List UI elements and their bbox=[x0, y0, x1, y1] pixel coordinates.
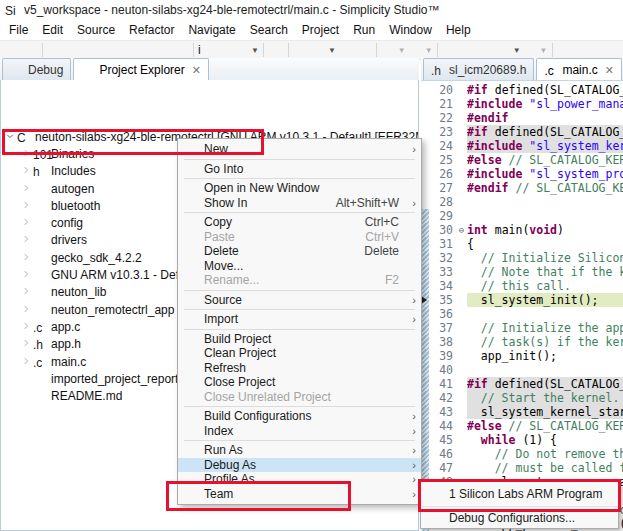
submenu-item-debug-configurations[interactable]: Debug Configurations... bbox=[421, 506, 618, 528]
menu-item-build-project[interactable]: Build Project bbox=[178, 332, 421, 347]
import-folder-button[interactable] bbox=[21, 42, 39, 59]
fold-column bbox=[456, 391, 467, 405]
instruction-pointer-button[interactable]: i bbox=[197, 42, 215, 59]
new-wizard-button[interactable]: ▼ bbox=[310, 42, 337, 59]
menu-item-debug-as[interactable]: Debug As› bbox=[178, 458, 421, 473]
save-all-button bbox=[355, 42, 373, 59]
chevron-right-icon[interactable] bbox=[19, 233, 33, 247]
menu-item-new[interactable]: New› bbox=[178, 142, 421, 157]
code-line: 24#include "sl_system_kernel.h" bbox=[421, 139, 623, 153]
tab-sl-icm20689-h[interactable]: .hsl_icm20689.h bbox=[423, 58, 534, 80]
code-line: 22#endif bbox=[421, 111, 623, 125]
menu-item-team[interactable]: Team› bbox=[178, 487, 421, 502]
code-area[interactable]: 20#if defined(SL_CATALOG_POWER_MANAGER_P… bbox=[421, 81, 623, 531]
menu-item-profile-as[interactable]: Profile As› bbox=[178, 472, 421, 487]
menu-item-label: Open in New Window bbox=[204, 181, 387, 195]
filter-button[interactable] bbox=[325, 61, 341, 78]
menu-help[interactable]: Help bbox=[439, 21, 478, 39]
menu-project[interactable]: Project bbox=[295, 21, 346, 39]
step-into-button[interactable] bbox=[136, 42, 154, 59]
menu-item-refresh[interactable]: Refresh bbox=[178, 361, 421, 376]
tab-main-c[interactable]: .cmain.c✕ bbox=[536, 58, 622, 81]
menu-shortcut: F2 bbox=[385, 273, 399, 287]
back-history-button[interactable] bbox=[441, 42, 459, 59]
line-number: 39 bbox=[429, 349, 456, 363]
menu-source[interactable]: Source bbox=[70, 21, 122, 39]
chevron-right-icon[interactable] bbox=[19, 164, 33, 178]
menu-file[interactable]: File bbox=[2, 21, 35, 39]
chevron-right-icon[interactable] bbox=[19, 320, 33, 334]
close-icon[interactable]: ✕ bbox=[605, 64, 614, 77]
dropdown-caret-icon[interactable]: ▼ bbox=[251, 46, 259, 55]
view-menu-button[interactable] bbox=[363, 61, 379, 78]
back-button[interactable]: ▼ bbox=[495, 42, 522, 59]
chevron-right-icon[interactable] bbox=[19, 355, 33, 369]
gutter-ruler bbox=[421, 97, 429, 111]
menu-item-go-into[interactable]: Go Into bbox=[178, 162, 421, 177]
chevron-right-icon[interactable] bbox=[19, 147, 33, 161]
menu-item-import[interactable]: Import› bbox=[178, 312, 421, 327]
forward-history-button[interactable] bbox=[459, 42, 477, 59]
toolbar-separator bbox=[437, 43, 438, 57]
dropdown-caret-icon[interactable]: ▼ bbox=[513, 46, 521, 55]
link-with-editor-button[interactable] bbox=[306, 61, 322, 78]
menu-item-show-in[interactable]: Show InAlt+Shift+W› bbox=[178, 196, 421, 211]
menu-item-run-as[interactable]: Run As› bbox=[178, 443, 421, 458]
launch-refresh-button[interactable] bbox=[215, 42, 233, 59]
dropdown-caret-icon[interactable]: ▼ bbox=[540, 46, 548, 55]
debug-bug-button[interactable]: ▼ bbox=[233, 42, 260, 59]
new-editor-button[interactable] bbox=[556, 42, 574, 59]
fold-column bbox=[456, 321, 467, 335]
menu-item-clean-project[interactable]: Clean Project bbox=[178, 346, 421, 361]
code-line: 32 // Initialize Silicon Labs device, sy… bbox=[421, 251, 623, 265]
submenu-item-1-silicon-labs-arm-program[interactable]: 1 Silicon Labs ARM Program bbox=[421, 482, 618, 506]
resume-button[interactable] bbox=[64, 42, 82, 59]
fold-collapse-icon[interactable]: ⊖ bbox=[456, 223, 467, 237]
open-resource-button[interactable] bbox=[267, 42, 285, 59]
menu-item-close-project[interactable]: Close Project bbox=[178, 375, 421, 390]
terminate-button[interactable] bbox=[100, 42, 118, 59]
maximize-button[interactable] bbox=[401, 61, 417, 78]
step-over-button[interactable] bbox=[154, 42, 172, 59]
menu-item-build-configurations[interactable]: Build Configurations› bbox=[178, 409, 421, 424]
menu-item-label: Move... bbox=[204, 259, 387, 273]
menu-run[interactable]: Run bbox=[346, 21, 382, 39]
chevron-right-icon[interactable] bbox=[19, 216, 33, 230]
focus-view-button[interactable] bbox=[344, 61, 360, 78]
chevron-down-icon[interactable] bbox=[3, 130, 17, 144]
dropdown-caret-icon[interactable]: ▼ bbox=[425, 46, 433, 55]
close-icon[interactable]: ✕ bbox=[192, 64, 201, 77]
collapse-all-button[interactable] bbox=[287, 61, 303, 78]
chevron-right-icon[interactable] bbox=[19, 268, 33, 282]
line-number: 20 bbox=[429, 83, 456, 97]
menu-navigate[interactable]: Navigate bbox=[181, 21, 242, 39]
menu-item-delete[interactable]: DeleteDelete bbox=[178, 244, 421, 259]
dropdown-caret-icon[interactable]: ▼ bbox=[328, 46, 336, 55]
menu-edit[interactable]: Edit bbox=[35, 21, 70, 39]
chevron-right-icon[interactable] bbox=[19, 251, 33, 265]
menu-refactor[interactable]: Refactor bbox=[122, 21, 181, 39]
menu-separator bbox=[184, 309, 415, 310]
chevron-right-icon[interactable] bbox=[19, 303, 33, 317]
tab-project-explorer[interactable]: Project Explorer✕ bbox=[73, 58, 209, 81]
menu-item-open-in-new-window[interactable]: Open in New Window bbox=[178, 181, 421, 196]
menu-search[interactable]: Search bbox=[243, 21, 295, 39]
chevron-right-icon[interactable] bbox=[19, 182, 33, 196]
last-edit-location-button[interactable] bbox=[477, 42, 495, 59]
chevron-right-icon[interactable] bbox=[19, 337, 33, 351]
chevron-right-icon[interactable] bbox=[19, 199, 33, 213]
menu-item-source[interactable]: Source› bbox=[178, 293, 421, 308]
submenu-item-label: Debug Configurations... bbox=[449, 511, 575, 525]
minimize-button[interactable] bbox=[382, 61, 398, 78]
tab-debug[interactable]: Debug bbox=[2, 58, 71, 80]
menu-item-index[interactable]: Index› bbox=[178, 424, 421, 439]
export-button: ▼ bbox=[407, 42, 434, 59]
chevron-right-icon[interactable] bbox=[19, 285, 33, 299]
menu-item-copy[interactable]: CopyCtrl+C bbox=[178, 215, 421, 230]
open-folder-button[interactable] bbox=[3, 42, 21, 59]
dropdown-caret-icon[interactable]: ▼ bbox=[398, 46, 406, 55]
menu-item-label: Paste bbox=[204, 230, 353, 244]
menu-window[interactable]: Window bbox=[382, 21, 439, 39]
fold-column bbox=[456, 377, 467, 391]
menu-item-move[interactable]: Move... bbox=[178, 259, 421, 274]
